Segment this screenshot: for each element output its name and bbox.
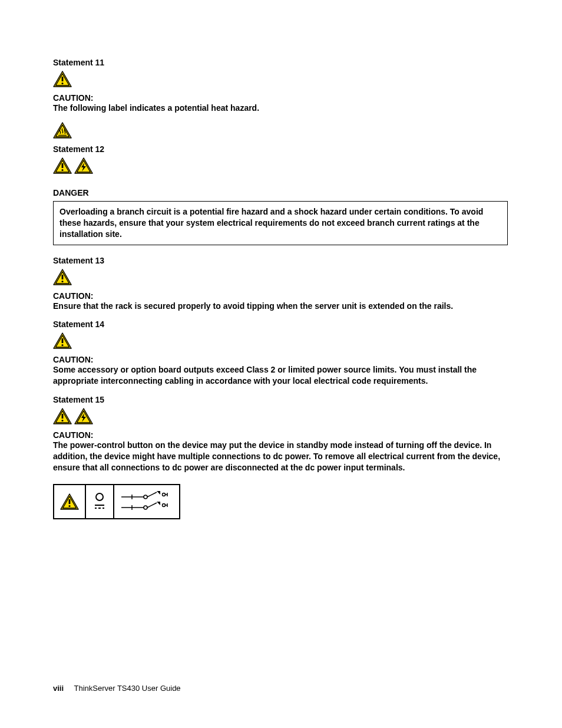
page-footer: viii ThinkServer TS430 User Guide	[53, 684, 181, 693]
statement-11-caution-label: CAUTION:	[53, 93, 508, 103]
danger-label: DANGER	[53, 188, 508, 197]
heat-icon	[53, 122, 72, 139]
svg-point-27	[144, 506, 147, 509]
warning-icon	[53, 71, 72, 87]
svg-point-10	[96, 493, 103, 500]
statement-12-title: Statement 12	[53, 144, 508, 154]
statement-11-icons	[53, 71, 508, 87]
warning-icon	[53, 269, 72, 285]
statement-11-title: Statement 11	[53, 58, 508, 67]
warning-icon	[53, 157, 72, 174]
diagram-power-cell	[86, 485, 114, 518]
diagram-warning-cell	[54, 485, 86, 518]
document-page: Statement 11 CAUTION: The following labe…	[0, 0, 562, 728]
dc-disconnect-diagram	[53, 484, 180, 519]
danger-box: Overloading a branch circuit is a potent…	[53, 201, 508, 245]
svg-line-19	[147, 492, 157, 497]
statement-15-body: The power-control button on the device m…	[53, 440, 508, 473]
warning-icon	[53, 332, 72, 349]
statement-14-title: Statement 14	[53, 319, 508, 329]
statement-12-icons	[53, 157, 508, 174]
shock-icon	[74, 157, 93, 174]
warning-icon	[53, 408, 72, 424]
svg-line-28	[147, 503, 157, 508]
svg-point-21	[163, 493, 166, 496]
page-number: viii	[53, 684, 64, 693]
statement-15-title: Statement 15	[53, 395, 508, 404]
disconnect-switches-icon	[120, 490, 173, 513]
statement-13-title: Statement 13	[53, 256, 508, 265]
statement-13-body: Ensure that the rack is secured properly…	[53, 301, 508, 312]
statement-13-caution-label: CAUTION:	[53, 291, 508, 301]
svg-marker-29	[157, 502, 160, 505]
svg-point-30	[163, 503, 166, 506]
heat-hazard-label-icon	[53, 122, 508, 139]
statement-15-icons	[53, 408, 508, 424]
shock-icon	[74, 408, 93, 424]
diagram-disconnect-cell	[114, 485, 179, 518]
footer-title: ThinkServer TS430 User Guide	[74, 684, 180, 693]
statement-15-caution-label: CAUTION:	[53, 430, 508, 440]
svg-point-18	[144, 495, 147, 499]
warning-icon	[60, 493, 79, 510]
svg-marker-20	[157, 491, 160, 495]
statement-11-body: The following label indicates a potentia…	[53, 103, 508, 114]
statement-13-icons	[53, 269, 508, 285]
statement-14-caution-label: CAUTION:	[53, 355, 508, 364]
statement-14-body: Some accessory or option board outputs e…	[53, 364, 508, 387]
power-symbol-icon	[92, 491, 107, 512]
statement-14-icons	[53, 332, 508, 349]
